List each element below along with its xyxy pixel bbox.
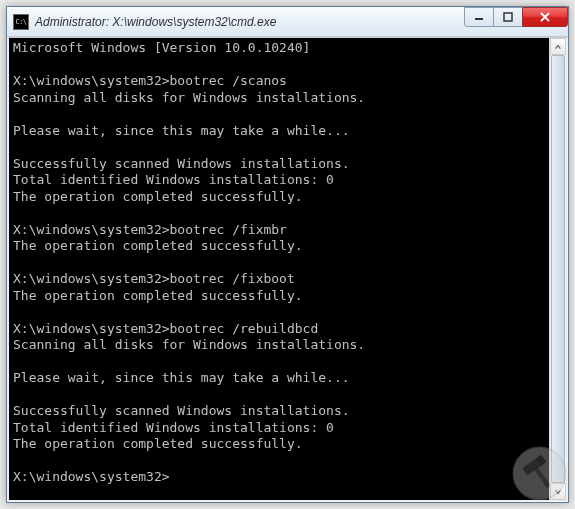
scrollbar-thumb[interactable] [551, 55, 565, 483]
console-output[interactable]: Microsoft Windows [Version 10.0.10240] X… [9, 38, 549, 500]
scroll-down-button[interactable] [550, 483, 566, 500]
minimize-icon [474, 12, 484, 22]
chevron-up-icon [554, 43, 562, 51]
scrollbar-track[interactable] [550, 55, 566, 483]
cmd-window: C:\ Administrator: X:\windows\system32\c… [6, 6, 569, 503]
console-area: Microsoft Windows [Version 10.0.10240] X… [7, 37, 568, 502]
vertical-scrollbar[interactable] [549, 38, 566, 500]
chevron-down-icon [554, 488, 562, 496]
cmd-icon: C:\ [13, 14, 29, 30]
titlebar[interactable]: C:\ Administrator: X:\windows\system32\c… [7, 7, 568, 37]
window-title: Administrator: X:\windows\system32\cmd.e… [35, 15, 276, 29]
close-icon [540, 12, 550, 22]
maximize-button[interactable] [493, 7, 523, 27]
scroll-up-button[interactable] [550, 38, 566, 55]
window-controls [465, 7, 568, 27]
svg-rect-0 [475, 18, 483, 20]
close-button[interactable] [522, 7, 568, 27]
svg-rect-1 [504, 13, 512, 21]
maximize-icon [503, 12, 513, 22]
minimize-button[interactable] [464, 7, 494, 27]
